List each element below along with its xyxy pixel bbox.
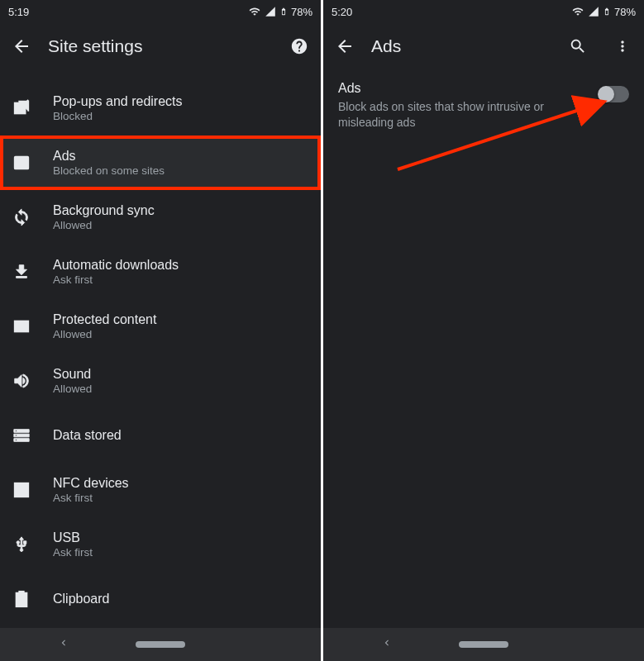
settings-item-protected-content[interactable]: Protected contentAllowed (0, 299, 321, 354)
battery-icon (603, 5, 611, 18)
status-bar: 5:19 78% (0, 0, 321, 23)
ads-content: Ads Block ads on sites that show intrusi… (323, 69, 644, 628)
back-button[interactable] (335, 36, 355, 56)
item-title: Protected content (53, 312, 156, 327)
svg-point-4 (25, 323, 26, 325)
sync-icon (12, 207, 31, 227)
battery-icon (279, 5, 288, 18)
status-icons: 78% (248, 5, 312, 18)
svg-rect-9 (19, 592, 24, 595)
nav-home-pill[interactable] (459, 641, 508, 648)
nfc-icon (12, 480, 31, 500)
back-button[interactable] (12, 36, 31, 56)
ads-toggle-switch[interactable] (599, 86, 629, 102)
item-title: Ads (53, 149, 165, 164)
item-subtitle: Ask first (53, 546, 93, 559)
android-nav-bar (0, 628, 321, 661)
status-time: 5:19 (8, 6, 29, 18)
svg-rect-2 (15, 157, 29, 169)
clipboard-icon (12, 589, 31, 609)
svg-rect-3 (15, 321, 29, 332)
settings-item-sound[interactable]: SoundAllowed (0, 354, 321, 408)
page-title: Site settings (48, 36, 142, 56)
wifi-icon (571, 6, 584, 17)
app-bar: Site settings (0, 23, 321, 69)
protected-icon (12, 316, 31, 336)
storage-icon (12, 426, 31, 445)
ads-toggle-row[interactable]: Ads Block ads on sites that show intrusi… (323, 76, 644, 131)
settings-list: Pop-ups and redirectsBlockedAdsBlocked o… (0, 69, 321, 628)
item-title: Data stored (53, 428, 122, 443)
more-button[interactable] (613, 36, 632, 56)
item-title: USB (53, 530, 93, 545)
nav-back-button[interactable] (58, 637, 69, 652)
ads-icon (12, 153, 31, 173)
status-bar: 5:20 78% (323, 0, 644, 23)
ads-setting-title: Ads (338, 81, 588, 96)
wifi-icon (248, 6, 261, 17)
nav-back-button[interactable] (381, 637, 393, 652)
settings-item-ads[interactable]: AdsBlocked on some sites (0, 136, 321, 190)
status-icons: 78% (571, 5, 636, 18)
battery-percent: 78% (614, 6, 636, 18)
android-nav-bar (323, 628, 644, 661)
switch-thumb (598, 86, 614, 102)
help-button[interactable] (289, 36, 309, 56)
settings-item-nfc-devices[interactable]: NFC devicesAsk first (0, 463, 321, 517)
popup-icon (12, 98, 31, 118)
download-icon (12, 262, 31, 282)
settings-item-usb[interactable]: USBAsk first (0, 517, 321, 572)
settings-item-background-sync[interactable]: Background syncAllowed (0, 190, 321, 245)
usb-icon (12, 535, 31, 554)
item-title: NFC devices (53, 476, 129, 491)
page-title: Ads (371, 36, 401, 56)
phone-screen-ads: 5:20 78% Ads Ads Block ads on sites that… (323, 0, 644, 661)
item-subtitle: Allowed (53, 219, 155, 231)
item-title: Sound (53, 367, 92, 382)
settings-item-pop-ups-and-redirects[interactable]: Pop-ups and redirectsBlocked (0, 81, 321, 136)
item-title: Automatic downloads (53, 258, 179, 273)
item-subtitle: Allowed (53, 383, 92, 395)
sound-icon (12, 371, 31, 391)
phone-screen-site-settings: 5:19 78% Site settings Pop-ups and redir… (0, 0, 321, 661)
item-subtitle: Ask first (53, 273, 179, 286)
item-title: Background sync (53, 203, 155, 218)
item-subtitle: Blocked (53, 110, 183, 122)
item-title: Pop-ups and redirects (53, 94, 183, 109)
signal-icon (588, 6, 599, 17)
item-title: Clipboard (53, 592, 109, 606)
ads-setting-desc: Block ads on sites that show intrusive o… (338, 99, 588, 131)
battery-percent: 78% (291, 6, 312, 18)
signal-icon (265, 6, 276, 17)
settings-item-automatic-downloads[interactable]: Automatic downloadsAsk first (0, 245, 321, 299)
item-subtitle: Ask first (53, 492, 129, 504)
status-time: 5:20 (332, 6, 352, 18)
nav-home-pill[interactable] (136, 641, 185, 648)
item-subtitle: Blocked on some sites (53, 164, 165, 177)
search-button[interactable] (568, 36, 588, 56)
settings-item-data-stored[interactable]: Data stored (0, 408, 321, 463)
settings-item-clipboard[interactable]: Clipboard (0, 572, 321, 626)
app-bar: Ads (323, 23, 644, 69)
item-subtitle: Allowed (53, 328, 156, 340)
